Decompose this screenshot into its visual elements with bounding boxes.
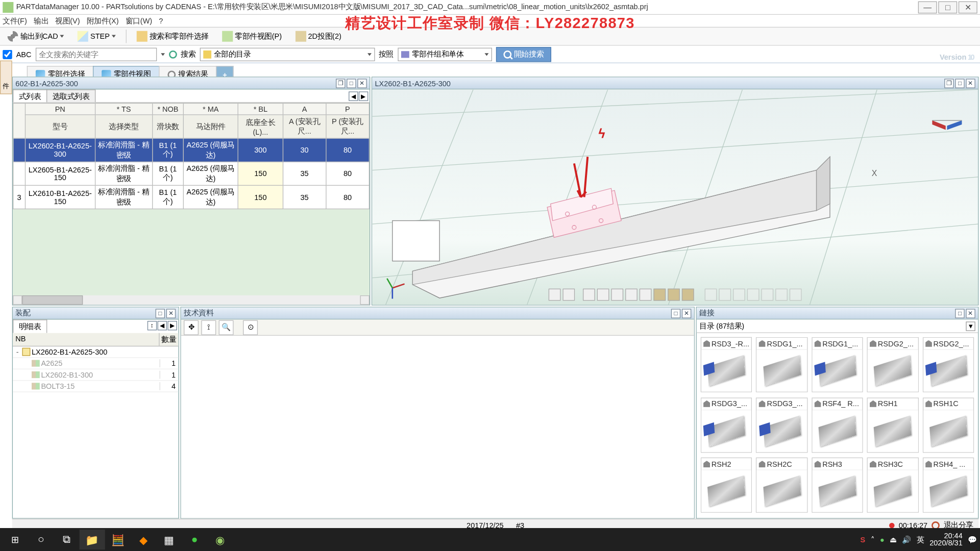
menu-view[interactable]: 视图(V): [55, 16, 80, 26]
tree-node[interactable]: BOLT3-15 4: [13, 381, 178, 392]
proj2d-button[interactable]: 2D投图(2): [290, 30, 346, 43]
vtool-wireframe-icon[interactable]: [640, 289, 652, 301]
vtool-shade3-icon[interactable]: [682, 289, 694, 301]
tree-node[interactable]: - LX2602-B1-A2625-300: [13, 346, 178, 358]
panel-restore-icon[interactable]: ❐: [336, 79, 345, 88]
explorer-icon[interactable]: 📁: [80, 530, 105, 550]
vtool-zoom-icon[interactable]: [583, 289, 595, 301]
link-thumb[interactable]: RSDG3_...: [756, 397, 807, 453]
tray-chevron-icon[interactable]: ˄: [871, 535, 875, 544]
export-cad-button[interactable]: 输出到CAD: [3, 30, 69, 43]
asm-col-nb[interactable]: NB: [13, 333, 159, 346]
maximize-button[interactable]: □: [938, 1, 957, 13]
link-thumb[interactable]: RSDG1_...: [756, 337, 807, 392]
stereo-glasses-icon[interactable]: [931, 114, 965, 131]
tech-fit-icon[interactable]: ⊙: [243, 320, 258, 335]
tray-ime-icon[interactable]: 英: [917, 535, 924, 545]
search-select-button[interactable]: 搜索和零部件选择: [132, 30, 213, 43]
vtool-section7-icon[interactable]: [790, 289, 802, 301]
side-tab[interactable]: 件: [0, 61, 12, 94]
vtool-section6-icon[interactable]: [775, 289, 788, 301]
directory-select[interactable]: 全部的目录: [200, 47, 375, 61]
scroll-right-icon[interactable]: ▶: [359, 91, 368, 101]
tree-node[interactable]: LX2602-B1-300 1: [13, 369, 178, 381]
scroll-left-button[interactable]: [13, 295, 22, 305]
vtool-box-icon[interactable]: [562, 289, 575, 301]
link-thumb[interactable]: RSH1: [867, 397, 919, 453]
keyword-input[interactable]: [35, 47, 156, 61]
calc-icon[interactable]: 🧮: [105, 530, 131, 550]
link-thumb[interactable]: RSDG2_...: [867, 337, 919, 392]
panel-close-icon[interactable]: ✕: [166, 309, 176, 318]
wechat-icon[interactable]: ●: [182, 530, 207, 550]
menu-help[interactable]: ?: [159, 17, 163, 25]
panel-restore-icon[interactable]: □: [955, 309, 964, 318]
tech-move-icon[interactable]: ✥: [184, 320, 199, 335]
asm-tab-bom[interactable]: 明细表: [13, 319, 47, 333]
link-thumb[interactable]: RSH2: [701, 458, 752, 513]
vtool-section1-icon[interactable]: [705, 289, 717, 301]
subtab-select-list[interactable]: 选取式列表: [46, 89, 95, 102]
col-nob[interactable]: * NOB: [153, 103, 183, 114]
tech-zoom-icon[interactable]: 🔍: [219, 320, 234, 335]
tray-sogou-icon[interactable]: S: [860, 536, 865, 544]
vtool-section4-icon[interactable]: [747, 289, 760, 301]
part-view-button[interactable]: 零部件视图(P): [217, 30, 286, 43]
cortana-icon[interactable]: ○: [28, 530, 54, 550]
link-thumb[interactable]: RSH3C: [867, 458, 919, 513]
vtool-cube-icon[interactable]: [549, 289, 561, 301]
tree-node[interactable]: A2625 1: [13, 358, 178, 369]
vtool-pan-icon[interactable]: [611, 289, 623, 301]
tray-volume-icon[interactable]: 🔊: [902, 535, 911, 544]
catalog-dropdown-icon[interactable]: ▾: [966, 321, 975, 331]
h-scrollbar[interactable]: [13, 295, 370, 305]
table-row[interactable]: LX2605-B1-A2625-150 标准润滑脂 - 精密级 B1 (1个) …: [13, 162, 370, 185]
col-ma[interactable]: * MA: [183, 103, 238, 114]
tray-eject-icon[interactable]: ⏏: [890, 535, 896, 544]
link-thumb[interactable]: RSH1C: [922, 397, 974, 453]
start-search-button[interactable]: 開始捜索: [496, 47, 551, 62]
link-thumb[interactable]: RSF4_ R...: [812, 397, 863, 453]
asm-sort-icon[interactable]: ↕: [148, 321, 157, 330]
refresh-icon[interactable]: [168, 50, 177, 58]
tray-status-icon[interactable]: ●: [880, 536, 885, 544]
close-button[interactable]: ✕: [959, 1, 977, 13]
taskview-icon[interactable]: ⧉: [54, 530, 79, 550]
minimize-button[interactable]: —: [918, 1, 937, 13]
asm-col-qty[interactable]: 數量: [160, 333, 179, 346]
scroll-right-icon[interactable]: ▶: [167, 321, 177, 330]
app2-icon[interactable]: ▦: [156, 530, 182, 550]
menu-addin[interactable]: 附加件(X): [87, 16, 119, 26]
panel-close-icon[interactable]: ✕: [357, 79, 366, 88]
panel-restore-icon[interactable]: □: [156, 309, 165, 318]
scroll-left-icon[interactable]: ◀: [158, 321, 167, 330]
menu-window[interactable]: 窗口(W): [126, 16, 152, 26]
link-thumb[interactable]: RSDG2_...: [922, 337, 974, 392]
app1-icon[interactable]: ◆: [131, 530, 156, 550]
col-bl[interactable]: * BL: [238, 103, 283, 114]
vtool-rotate-icon[interactable]: [625, 289, 638, 301]
caret-down-icon[interactable]: [161, 53, 165, 56]
link-thumb[interactable]: RSD3_-R...: [701, 337, 752, 392]
panel-max-icon[interactable]: □: [955, 79, 964, 88]
tray-notifications-icon[interactable]: 💬: [968, 535, 977, 544]
scroll-left-icon[interactable]: ◀: [349, 91, 358, 101]
fulltext-checkbox[interactable]: [3, 49, 12, 59]
tech-measure-icon[interactable]: ⟟: [201, 320, 216, 335]
start-button[interactable]: ⊞: [3, 530, 28, 550]
vtool-section3-icon[interactable]: [733, 289, 745, 301]
vtool-shade2-icon[interactable]: [668, 289, 680, 301]
menu-file[interactable]: 文件(F): [3, 16, 27, 26]
vtool-shade1-icon[interactable]: [653, 289, 666, 301]
scroll-thumb[interactable]: [22, 295, 83, 305]
link-thumb[interactable]: RSDG1_...: [812, 337, 863, 392]
panel-restore-icon[interactable]: ❐: [944, 79, 953, 88]
link-thumb[interactable]: RSH4_ ...: [922, 458, 974, 513]
panel-close-icon[interactable]: ✕: [966, 309, 975, 318]
col-p[interactable]: P: [326, 103, 370, 114]
panel-close-icon[interactable]: ✕: [682, 309, 691, 318]
col-a[interactable]: A: [283, 103, 326, 114]
table-row[interactable]: 3 LX2610-B1-A2625-150 标准润滑脂 - 精密级 B1 (1个…: [13, 185, 370, 209]
panel-max-icon[interactable]: □: [347, 79, 356, 88]
scroll-right-button[interactable]: [360, 295, 370, 305]
